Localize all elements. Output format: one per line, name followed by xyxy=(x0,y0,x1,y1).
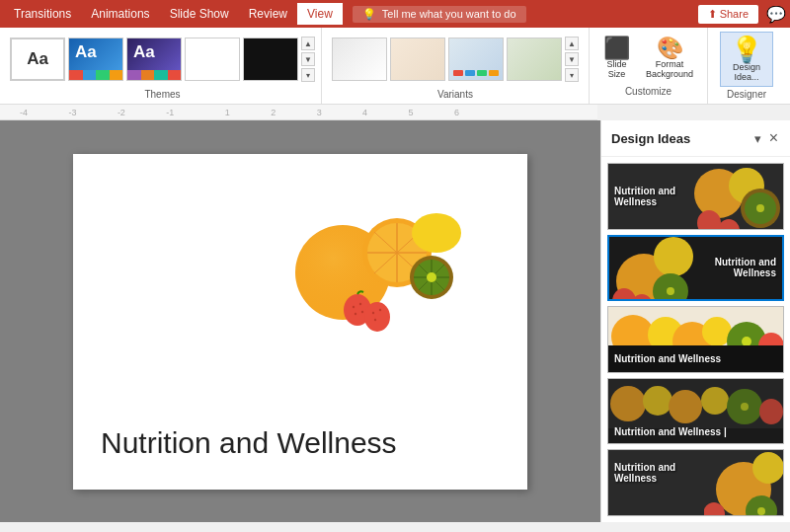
card-3-label: Nutrition and Wellness xyxy=(614,353,721,364)
themes-group: Aa Aa Aa xyxy=(4,28,322,104)
comment-icon[interactable]: 💬 xyxy=(766,5,786,24)
design-ideas-icon: 💡 xyxy=(731,37,762,62)
svg-point-19 xyxy=(359,302,361,304)
design-panel-header: Design Ideas ▾ × xyxy=(601,120,790,157)
variant-4[interactable] xyxy=(507,38,562,81)
slide-size-button[interactable]: ⬛ Slide Size xyxy=(597,35,636,82)
svg-point-50 xyxy=(669,390,702,423)
slide-canvas[interactable]: Nutrition and Wellness xyxy=(73,154,527,490)
design-panel-close[interactable]: × xyxy=(767,127,780,149)
design-panel-title: Design Ideas xyxy=(611,131,690,146)
design-idea-card-5[interactable]: Nutrition andWellness xyxy=(607,449,784,516)
tab-view[interactable]: View xyxy=(297,3,343,25)
svg-point-48 xyxy=(610,386,646,421)
customize-group: ⬛ Slide Size 🎨 Format Background Customi… xyxy=(590,28,708,104)
design-ideas-panel: Design Ideas ▾ × xyxy=(600,120,790,522)
design-idea-card-3[interactable]: Nutrition and Wellness xyxy=(607,306,784,373)
svg-point-38 xyxy=(667,287,674,295)
svg-point-18 xyxy=(353,305,355,307)
design-idea-card-4[interactable]: Nutrition and Wellness | xyxy=(607,378,784,445)
tab-slideshow[interactable]: Slide Show xyxy=(160,3,239,25)
theme-scroll-down[interactable]: ▼ xyxy=(301,52,315,66)
svg-point-54 xyxy=(759,399,783,424)
svg-point-15 xyxy=(427,272,436,282)
main-area: Nutrition and Wellness Design Ideas ▾ × xyxy=(0,120,790,522)
theme-blue[interactable]: Aa xyxy=(68,38,123,81)
svg-point-56 xyxy=(752,452,783,484)
customize-label: Customize xyxy=(625,86,672,97)
svg-point-24 xyxy=(379,308,381,310)
svg-point-53 xyxy=(741,403,749,411)
format-background-icon: 🎨 xyxy=(657,38,683,59)
ruler: -4-3-2-1123456 xyxy=(0,105,597,120)
svg-point-49 xyxy=(643,386,672,416)
tab-animations[interactable]: Animations xyxy=(81,3,159,25)
design-panel-collapse[interactable]: ▾ xyxy=(752,129,763,148)
svg-point-22 xyxy=(364,302,390,332)
variants-group: ▲ ▼ ▾ Variants xyxy=(322,28,590,104)
svg-point-23 xyxy=(372,311,374,313)
tab-review[interactable]: Review xyxy=(239,3,297,25)
card-4-label: Nutrition and Wellness | xyxy=(614,426,727,437)
search-box[interactable]: 💡 Tell me what you want to do xyxy=(353,6,526,23)
variant-scroll-up[interactable]: ▲ xyxy=(565,37,579,50)
svg-point-20 xyxy=(355,312,356,314)
themes-label: Themes xyxy=(10,89,315,100)
svg-point-25 xyxy=(374,318,376,320)
design-idea-card-2[interactable]: Nutrition andWellness xyxy=(607,235,784,302)
theme-scroll: ▲ ▼ ▾ xyxy=(301,37,315,82)
theme-purple[interactable]: Aa xyxy=(126,38,182,81)
ribbon-tabs-row: Transitions Animations Slide Show Review… xyxy=(0,0,790,28)
slide-panel: Nutrition and Wellness xyxy=(0,120,600,522)
svg-point-51 xyxy=(701,387,729,415)
tab-transitions[interactable]: Transitions xyxy=(4,3,81,25)
theme-scroll-more[interactable]: ▾ xyxy=(301,68,315,82)
theme-default[interactable]: Aa xyxy=(10,38,65,81)
card-1-label: Nutrition andWellness xyxy=(614,186,675,207)
variant-scroll-down[interactable]: ▼ xyxy=(565,52,579,66)
fruit-svg xyxy=(278,164,496,337)
card-5-label: Nutrition andWellness xyxy=(614,462,675,484)
design-ideas-button[interactable]: 💡 Design Idea... xyxy=(720,32,773,87)
svg-point-59 xyxy=(757,507,765,515)
card-3-bar: Nutrition and Wellness xyxy=(608,345,783,372)
slide-title: Nutrition and Wellness xyxy=(101,426,397,460)
variant-2[interactable] xyxy=(390,38,445,81)
card-2-label: Nutrition andWellness xyxy=(715,257,776,278)
theme-scroll-up[interactable]: ▲ xyxy=(301,37,315,50)
design-idea-card-1[interactable]: Nutrition andWellness xyxy=(607,163,784,230)
svg-point-32 xyxy=(718,219,740,230)
share-button[interactable]: ⬆ Share xyxy=(698,5,758,24)
slide-size-icon: ⬛ xyxy=(603,38,630,59)
variant-3[interactable] xyxy=(448,38,504,81)
svg-point-30 xyxy=(756,204,764,212)
variant-1[interactable] xyxy=(332,38,387,81)
lightbulb-icon: 💡 xyxy=(362,8,376,21)
svg-point-34 xyxy=(654,237,693,276)
designer-label: Designer xyxy=(727,89,766,100)
share-icon: ⬆ xyxy=(708,8,717,21)
design-ideas-list: Nutrition andWellness Nutrition andWelln… xyxy=(601,157,790,522)
svg-point-8 xyxy=(412,213,461,253)
format-background-button[interactable]: 🎨 Format Background xyxy=(640,35,699,82)
ribbon-content: Aa Aa Aa xyxy=(0,28,790,105)
variant-scroll: ▲ ▼ ▾ xyxy=(565,37,579,82)
fruit-image xyxy=(278,164,496,337)
variants-label: Variants xyxy=(332,89,579,100)
theme-blank[interactable] xyxy=(185,38,240,81)
search-text: Tell me what you want to do xyxy=(382,8,516,20)
designer-group: 💡 Design Idea... Designer xyxy=(708,28,785,104)
variant-scroll-more[interactable]: ▾ xyxy=(565,68,579,82)
svg-point-21 xyxy=(361,310,363,312)
theme-dark[interactable] xyxy=(243,38,298,81)
